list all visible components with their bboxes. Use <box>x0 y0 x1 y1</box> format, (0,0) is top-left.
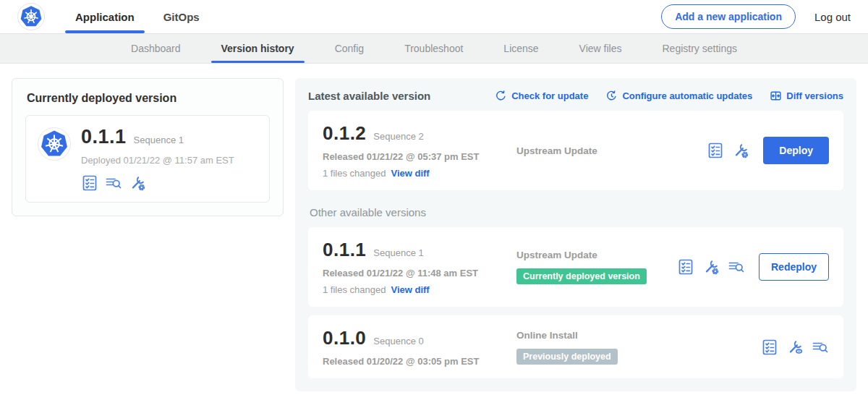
version-number: 0.1.1 <box>323 239 366 261</box>
currently-deployed-panel: Currently deployed version 0.1.1 Sequenc… <box>12 78 284 216</box>
app-subnav: Dashboard Version history Config Trouble… <box>0 33 868 64</box>
subnav-view-files[interactable]: View files <box>559 34 642 63</box>
config-wrench-gear-icon[interactable] <box>732 142 749 159</box>
files-changed-label: 1 files changed <box>323 168 386 179</box>
preflight-checklist-icon[interactable] <box>707 142 724 159</box>
version-number: 0.1.2 <box>323 122 366 145</box>
tab-application[interactable]: Application <box>65 0 145 33</box>
diff-columns-icon <box>770 90 782 102</box>
version-card-0-1-2: 0.1.2 Sequence 2 Released 01/21/22 @ 05:… <box>308 111 843 190</box>
check-for-update-link[interactable]: Check for update <box>495 90 588 102</box>
config-wrench-eye-icon[interactable] <box>786 339 804 356</box>
deployed-version-number: 0.1.1 <box>81 126 127 148</box>
version-card-0-1-1: 0.1.1 Sequence 1 Released 01/21/22 @ 11:… <box>308 227 843 307</box>
version-sequence: Sequence 0 <box>373 336 423 347</box>
currently-deployed-badge: Currently deployed version <box>516 268 647 284</box>
tab-gitops-label: GitOps <box>163 11 200 23</box>
configure-automatic-updates-link[interactable]: Configure automatic updates <box>605 90 752 102</box>
config-wrench-gear-icon[interactable] <box>702 258 720 276</box>
other-available-title: Other available versions <box>310 206 843 218</box>
subnav-view-files-label: View files <box>579 43 622 54</box>
preflight-checklist-icon[interactable] <box>677 258 694 276</box>
version-source-label: Online Install <box>516 330 578 341</box>
diff-versions-label: Diff versions <box>786 90 843 101</box>
currently-deployed-card: 0.1.1 Sequence 1 Deployed 01/21/22 @ 11:… <box>25 115 270 203</box>
view-diff-link[interactable]: View diff <box>391 284 429 295</box>
refresh-clock-icon <box>605 90 618 102</box>
subnav-license[interactable]: License <box>483 34 558 63</box>
subnav-troubleshoot[interactable]: Troubleshoot <box>384 34 483 63</box>
version-released-timestamp: Released 01/20/22 @ 03:05 pm EST <box>323 356 509 367</box>
configure-automatic-updates-label: Configure automatic updates <box>622 90 752 101</box>
tab-application-label: Application <box>75 11 135 23</box>
preflight-checklist-icon[interactable] <box>81 174 98 192</box>
version-sequence: Sequence 2 <box>373 131 423 142</box>
tab-gitops[interactable]: GitOps <box>153 0 210 33</box>
files-changed-label: 1 files changed <box>323 284 386 295</box>
currently-deployed-title: Currently deployed version <box>27 92 270 105</box>
release-notes-icon[interactable] <box>812 339 829 356</box>
app-nav-tabs: Application GitOps <box>65 0 218 33</box>
version-card-0-1-0: 0.1.0 Sequence 0 Released 01/20/22 @ 03:… <box>308 315 843 378</box>
version-sequence: Sequence 1 <box>373 247 423 258</box>
redeploy-button[interactable]: Redeploy <box>759 253 829 281</box>
check-for-update-label: Check for update <box>511 90 588 101</box>
subnav-dashboard-label: Dashboard <box>131 43 181 54</box>
app-kubernetes-icon <box>38 127 71 161</box>
subnav-registry-settings[interactable]: Registry settings <box>642 34 757 63</box>
subnav-dashboard[interactable]: Dashboard <box>111 34 201 63</box>
version-source-label: Upstream Update <box>516 145 597 156</box>
version-source-label: Upstream Update <box>516 250 597 260</box>
subnav-config-label: Config <box>335 43 364 54</box>
header-right: Add a new application Log out <box>661 4 851 29</box>
add-application-button[interactable]: Add a new application <box>661 4 796 29</box>
preflight-checklist-icon[interactable] <box>761 339 778 356</box>
version-number: 0.1.0 <box>323 327 366 349</box>
subnav-license-label: License <box>503 43 538 54</box>
deploy-button[interactable]: Deploy <box>763 137 829 164</box>
subnav-config[interactable]: Config <box>315 34 384 63</box>
deployed-timestamp: Deployed 01/21/22 @ 11:57 am EST <box>81 155 234 166</box>
subnav-registry-settings-label: Registry settings <box>663 43 737 54</box>
kubernetes-logo <box>17 3 45 30</box>
config-wrench-gear-icon[interactable] <box>129 174 146 192</box>
subnav-version-history[interactable]: Version history <box>201 34 315 63</box>
diff-versions-link[interactable]: Diff versions <box>770 90 843 102</box>
app-header: Application GitOps Add a new application… <box>0 0 868 33</box>
subnav-version-history-label: Version history <box>221 43 294 54</box>
previously-deployed-badge: Previously deployed <box>516 349 618 365</box>
refresh-icon <box>495 90 507 102</box>
release-notes-icon[interactable] <box>728 258 745 276</box>
view-diff-link[interactable]: View diff <box>391 168 429 179</box>
deployed-sequence: Sequence 1 <box>134 135 184 145</box>
release-notes-icon[interactable] <box>105 174 122 192</box>
latest-available-title: Latest available version <box>308 90 430 102</box>
logout-link[interactable]: Log out <box>814 11 851 23</box>
main-content: Currently deployed version 0.1.1 Sequenc… <box>0 64 868 391</box>
version-released-timestamp: Released 01/21/22 @ 11:48 am EST <box>323 268 509 279</box>
subnav-troubleshoot-label: Troubleshoot <box>404 43 463 54</box>
version-released-timestamp: Released 01/21/22 @ 05:37 pm EST <box>323 151 509 162</box>
version-history-panel: Latest available version Check for updat… <box>295 78 856 391</box>
